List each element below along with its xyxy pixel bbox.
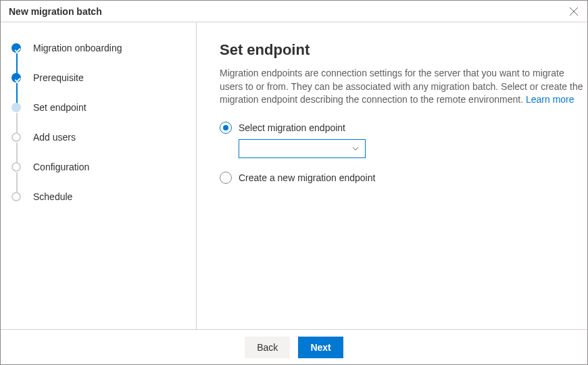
step-migration-onboarding[interactable]: Migration onboarding [11,43,196,72]
step-schedule[interactable]: Schedule [11,191,196,202]
radio-icon [220,172,232,184]
close-icon[interactable] [568,6,579,17]
step-label: Configuration [33,162,89,172]
endpoint-choice-group: Select migration endpoint Create a new m… [220,122,587,184]
radio-label: Select migration endpoint [239,122,345,133]
step-label: Add users [33,132,76,143]
wizard-dialog: New migration batch Migration onboarding… [0,0,588,365]
dialog-body: Migration onboarding Prerequisite Set en… [1,22,587,329]
learn-more-link[interactable]: Learn more [526,94,574,105]
migration-endpoint-dropdown[interactable] [239,139,366,158]
step-add-users[interactable]: Add users [11,132,196,162]
step-label: Schedule [33,191,72,202]
radio-select-endpoint[interactable]: Select migration endpoint [220,122,587,134]
chevron-down-icon [351,145,360,153]
step-prerequisite[interactable]: Prerequisite [11,72,196,102]
radio-create-endpoint[interactable]: Create a new migration endpoint [220,172,587,184]
window-title: New migration batch [9,6,102,17]
radio-label: Create a new migration endpoint [239,172,375,183]
wizard-steps: Migration onboarding Prerequisite Set en… [1,22,197,329]
radio-icon [220,122,232,134]
step-label: Migration onboarding [33,43,122,53]
step-configuration[interactable]: Configuration [11,162,196,191]
checkmark-icon [11,73,21,82]
page-description: Migration endpoints are connection setti… [220,67,585,107]
step-label: Prerequisite [33,72,84,83]
footer: Back Next [1,329,587,364]
main-content: Set endpoint Migration endpoints are con… [197,22,587,329]
titlebar: New migration batch [1,1,587,22]
next-button[interactable]: Next [298,337,343,358]
pending-step-icon [11,192,21,201]
checkmark-icon [11,43,21,53]
page-heading: Set endpoint [220,41,587,59]
step-label: Set endpoint [33,102,87,113]
current-step-icon [11,103,21,112]
pending-step-icon [11,162,21,172]
step-set-endpoint[interactable]: Set endpoint [11,102,196,132]
pending-step-icon [11,132,21,142]
back-button[interactable]: Back [245,337,290,358]
